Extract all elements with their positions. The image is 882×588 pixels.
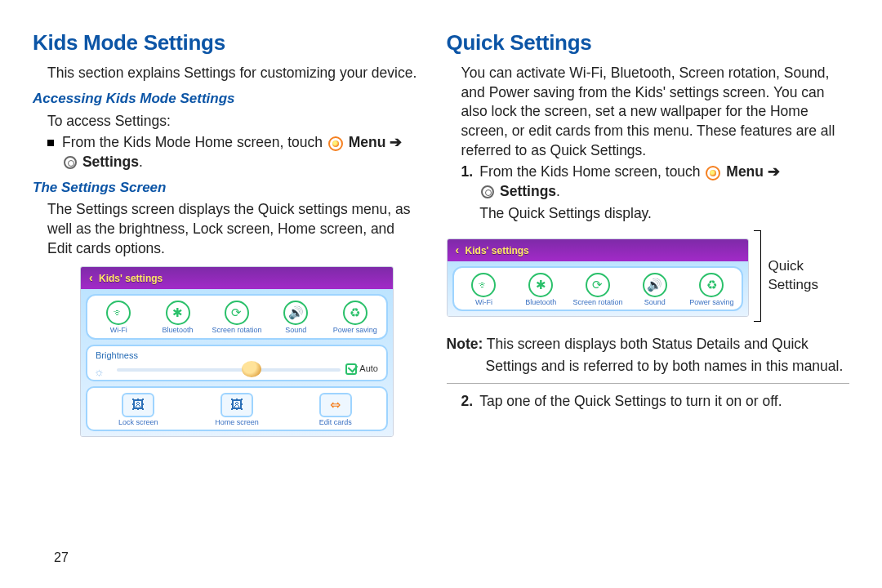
settings-label: Settings (82, 154, 139, 170)
screenshot-header: ‹ Kids' settings (448, 239, 749, 261)
quick-settings-screenshot: ‹ Kids' settings ᯤWi-Fi ✱Bluetooth ⟳Scre… (447, 238, 750, 317)
right-column: Quick Settings You can activate Wi-Fi, B… (437, 29, 859, 572)
quick-settings-panel: ᯤWi-Fi ✱Bluetooth ⟳Screen rotation 🔊Soun… (86, 294, 388, 339)
lock-screen-button[interactable]: 🖼Lock screen (97, 393, 179, 426)
brightness-slider[interactable] (117, 368, 341, 372)
heading-quick-settings: Quick Settings (447, 29, 849, 57)
gear-icon (64, 156, 77, 169)
period: . (139, 154, 143, 170)
qs-power[interactable]: ♻Power saving (685, 273, 737, 306)
step-number: 1. (461, 163, 474, 182)
step-2: 2. Tap one of the Quick Settings to turn… (461, 392, 849, 412)
quick-settings-callout: Quick Settings (768, 257, 849, 295)
edit-cards-button[interactable]: ⇔Edit cards (295, 393, 376, 426)
brightness-label: Brightness (96, 350, 378, 362)
settings-screen-text: The Settings screen displays the Quick s… (47, 200, 417, 258)
rotation-icon: ⟳ (586, 273, 610, 297)
quick-settings-figure-row: ‹ Kids' settings ᯤWi-Fi ✱Bluetooth ⟳Scre… (447, 230, 849, 322)
qs-sound[interactable]: 🔊Sound (629, 273, 681, 306)
note-label: Note: (447, 336, 483, 352)
bluetooth-icon: ✱ (528, 273, 553, 297)
lock-screen-icon: 🖼 (122, 393, 154, 417)
note-line-1: This screen displays both Status Details… (483, 336, 808, 352)
qs-rotation[interactable]: ⟳Screen rotation (572, 273, 624, 306)
sound-icon: 🔊 (283, 301, 308, 325)
arrow-icon: ➔ (390, 134, 402, 150)
quick-settings-intro: You can activate Wi-Fi, Bluetooth, Scree… (461, 64, 849, 160)
qs-wifi[interactable]: ᯤWi-Fi (92, 301, 145, 334)
qs-rotation[interactable]: ⟳Screen rotation (211, 301, 263, 334)
menu-label: Menu (726, 163, 764, 180)
step1-pre: From the Kids Home screen, touch (479, 163, 704, 180)
sun-icon: ☼ (94, 364, 105, 380)
home-screen-icon: 🖼 (220, 393, 253, 417)
step1-post: The Quick Settings display. (479, 205, 652, 221)
screenshot-title: Kids' settings (99, 273, 163, 284)
subheading-settings-screen: The Settings Screen (33, 179, 417, 198)
rotation-icon: ⟳ (225, 301, 249, 325)
step-1-text: From the Kids Home screen, touch Menu ➔ … (479, 163, 780, 224)
note-block: Note: This screen displays both Status D… (447, 335, 849, 376)
qs-bluetooth[interactable]: ✱Bluetooth (514, 273, 567, 306)
qs-sound[interactable]: 🔊Sound (270, 301, 322, 334)
note-line-2: Settings and is referred to by both name… (486, 357, 849, 376)
qs-wifi[interactable]: ᯤWi-Fi (457, 273, 510, 306)
step-number: 2. (461, 392, 474, 412)
bullet-pre: From the Kids Mode Home screen, touch (62, 134, 327, 150)
wifi-icon: ᯤ (471, 273, 496, 297)
power-saving-icon: ♻ (343, 301, 368, 325)
bullet-text: From the Kids Mode Home screen, touch Me… (62, 133, 402, 172)
left-column: Kids Mode Settings This section explains… (23, 29, 427, 572)
quick-settings-panel: ᯤWi-Fi ✱Bluetooth ⟳Screen rotation 🔊Soun… (452, 266, 744, 311)
step-2-text: Tap one of the Quick Settings to turn it… (479, 392, 782, 412)
power-saving-icon: ♻ (699, 273, 724, 297)
slider-knob-icon[interactable] (242, 361, 261, 377)
auto-checkbox[interactable]: Auto (345, 363, 378, 375)
home-screen-button[interactable]: 🖼Home screen (196, 393, 278, 426)
settings-screenshot: ‹ Kids' settings ᯤWi-Fi ✱Bluetooth ⟳Scre… (80, 266, 394, 437)
bracket-icon (754, 230, 761, 322)
checkbox-icon (345, 363, 357, 375)
screenshot-body: ᯤWi-Fi ✱Bluetooth ⟳Screen rotation 🔊Soun… (448, 261, 749, 316)
bullet-item: From the Kids Mode Home screen, touch Me… (47, 133, 417, 172)
subheading-accessing: Accessing Kids Mode Settings (33, 90, 417, 109)
page-number: 27 (54, 549, 69, 567)
gear-icon (481, 185, 494, 198)
brightness-panel: Brightness ☼ Auto (86, 345, 388, 381)
back-chevron-icon: ‹ (456, 243, 460, 256)
auto-label: Auto (359, 363, 378, 373)
screenshot-body: ᯤWi-Fi ✱Bluetooth ⟳Screen rotation 🔊Soun… (81, 289, 393, 436)
separator (447, 383, 849, 384)
heading-kids-mode-settings: Kids Mode Settings (33, 29, 417, 57)
intro-text: This section explains Settings for custo… (47, 64, 417, 83)
sound-icon: 🔊 (643, 273, 667, 297)
qs-bluetooth[interactable]: ✱Bluetooth (152, 301, 204, 334)
arrow-icon: ➔ (768, 163, 780, 180)
edit-cards-icon: ⇔ (319, 393, 352, 417)
qs-power[interactable]: ♻Power saving (329, 301, 381, 334)
period: . (556, 183, 560, 199)
screenshot-header: ‹ Kids' settings (81, 267, 393, 289)
menu-icon (328, 136, 343, 151)
screenshot-title: Kids' settings (466, 245, 529, 256)
access-text: To access Settings: (47, 112, 417, 131)
menu-label: Menu (349, 134, 386, 150)
bottom-buttons-panel: 🖼Lock screen 🖼Home screen ⇔Edit cards (86, 386, 388, 431)
step-1: 1. From the Kids Home screen, touch Menu… (461, 163, 849, 224)
bluetooth-icon: ✱ (166, 301, 190, 325)
settings-label: Settings (500, 183, 556, 199)
wifi-icon: ᯤ (106, 301, 131, 325)
menu-icon (706, 166, 720, 180)
square-bullet-icon (47, 140, 54, 146)
back-chevron-icon: ‹ (89, 271, 93, 284)
